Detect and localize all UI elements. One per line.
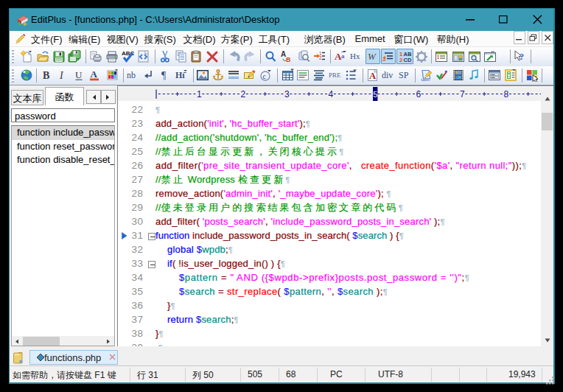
svg-text:4: 4 xyxy=(329,89,334,99)
svg-text:B: B xyxy=(286,56,291,63)
svg-text:¶: ¶ xyxy=(161,70,167,81)
svg-text:U: U xyxy=(75,69,83,80)
svg-text:+: + xyxy=(23,20,27,27)
svg-text:Hı̄: Hı̄ xyxy=(175,70,186,80)
svg-text:SP: SP xyxy=(399,70,409,80)
svg-text:?: ? xyxy=(520,52,524,62)
svg-text:a: a xyxy=(341,52,345,60)
svg-text:B: B xyxy=(43,70,49,81)
svg-text:7: 7 xyxy=(460,89,465,99)
svg-text:c: c xyxy=(263,72,267,80)
svg-text:2: 2 xyxy=(319,55,322,60)
svg-text:A: A xyxy=(91,69,98,80)
svg-text:6: 6 xyxy=(416,89,422,99)
svg-text:2: 2 xyxy=(399,57,402,63)
svg-text:W: W xyxy=(368,51,377,62)
svg-text:CD: CD xyxy=(403,57,411,63)
svg-text:A: A xyxy=(369,71,376,81)
svg-text:8: 8 xyxy=(504,89,509,99)
svg-text:2: 2 xyxy=(241,89,246,99)
svg-text:3: 3 xyxy=(284,89,290,99)
svg-text:Hx: Hx xyxy=(350,52,360,60)
svg-text:div: div xyxy=(382,70,393,80)
svg-text:1: 1 xyxy=(197,89,202,99)
svg-text:PRE: PRE xyxy=(329,71,341,79)
svg-text:5: 5 xyxy=(373,90,377,99)
svg-text:I: I xyxy=(59,70,64,81)
svg-text:nb: nb xyxy=(127,70,136,80)
svg-text:+: + xyxy=(18,21,21,27)
